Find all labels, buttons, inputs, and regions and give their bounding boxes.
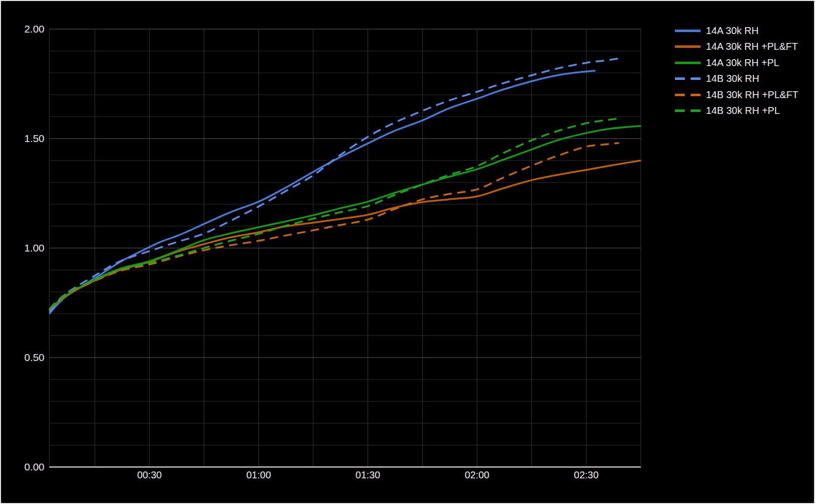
- legend-swatch-dash-segment: [675, 94, 685, 96]
- legend-label: 14B 30k RH +PL: [706, 105, 780, 116]
- legend-label: 14A 30k RH +PL: [706, 57, 779, 69]
- series-line-14b-30k-rh: [49, 59, 619, 312]
- legend-item-14b-30k-rh-pl: 14B 30k RH +PL: [675, 103, 798, 119]
- legend-item-14a-30k-rh: 14A 30k RH: [675, 23, 798, 39]
- series-line-14b-30k-rh-pl: [49, 118, 619, 309]
- legend-swatch-solid-line: [675, 45, 701, 48]
- legend-swatch-solid-line: [675, 62, 701, 64]
- legend-swatch-dashed-line: [675, 77, 701, 80]
- legend-swatch-dash-segment: [691, 109, 701, 112]
- y-axis-tick-label: 0.50: [24, 352, 44, 363]
- legend-swatch-dash-segment: [675, 77, 685, 80]
- x-axis-tick-label: 02:30: [574, 469, 598, 480]
- x-axis-tick-label: 02:00: [465, 469, 489, 480]
- legend-item-14a-30k-rh-pl: 14A 30k RH +PL: [675, 55, 798, 71]
- legend-swatch-dashed-line: [675, 109, 701, 112]
- series-line-14a-30k-rh-pl-ft: [49, 160, 641, 310]
- legend-label: 14B 30k RH +PL&FT: [706, 89, 798, 101]
- legend-item-14b-30k-rh-pl-ft: 14B 30k RH +PL&FT: [675, 87, 798, 103]
- chart-canvas: 2.001.501.000.500.0000:3001:0001:3002:00…: [0, 0, 815, 504]
- legend-label: 14B 30k RH: [706, 73, 759, 84]
- y-axis-tick-label: 2.00: [24, 23, 44, 35]
- legend-swatch-dash-segment: [675, 109, 685, 112]
- legend-swatch-dash-segment: [691, 77, 701, 80]
- legend-label: 14A 30k RH +PL&FT: [706, 41, 798, 52]
- chart-legend: 14A 30k RH14A 30k RH +PL&FT14A 30k RH +P…: [675, 23, 798, 119]
- y-axis-tick-label: 1.50: [24, 133, 44, 144]
- x-axis-tick-label: 00:30: [137, 469, 162, 480]
- legend-item-14b-30k-rh: 14B 30k RH: [675, 71, 798, 87]
- x-axis-tick-label: 01:30: [356, 469, 380, 480]
- y-axis-tick-label: 1.00: [24, 242, 44, 253]
- legend-swatch-dashed-line: [675, 94, 701, 96]
- legend-item-14a-30k-rh-pl-ft: 14A 30k RH +PL&FT: [675, 39, 798, 55]
- legend-label: 14A 30k RH: [706, 25, 759, 36]
- y-axis-tick-label: 0.00: [24, 461, 44, 472]
- series-line-14a-30k-rh: [49, 71, 595, 314]
- legend-swatch-solid-line: [675, 30, 701, 32]
- legend-swatch-dash-segment: [691, 94, 701, 96]
- x-axis-tick-label: 01:00: [246, 469, 271, 480]
